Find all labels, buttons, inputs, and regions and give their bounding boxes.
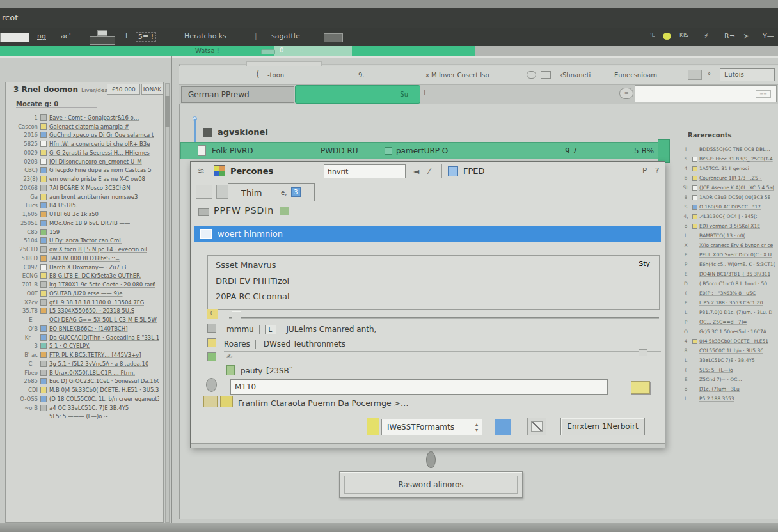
r-icon[interactable]: R¬: [724, 32, 735, 40]
label-eunecsnioam[interactable]: Eunecsnioam: [614, 72, 657, 79]
list-item[interactable]: O-OSS (D 18 COL55C0C. 1L. b/n creer eqan…: [6, 395, 159, 403]
list-item[interactable]: Cascon Galenact clatomia amargia #: [6, 122, 159, 131]
record-row[interactable]: 5 BY5-F: Htec 31 B3(S_ 25C0(T-4: [681, 154, 777, 164]
record-row[interactable]: o ED) verman 3 5(5Kal X1E: [681, 221, 777, 231]
list-item[interactable]: 701 B lrg 1T80X1 9c 5cte Coete · 20.080 …: [6, 280, 159, 289]
record-row[interactable]: 8 1AOR C3u3 DC50( O0(3C3 5E: [681, 192, 777, 202]
selected-item-row[interactable]: woert hlnmnion: [194, 226, 661, 242]
record-row[interactable]: E Z5Cnd 7)= · OC…: [681, 375, 777, 384]
oval-icon[interactable]: [527, 71, 536, 79]
list-item[interactable]: ECNG E8 G.LT8 E. DC Kr5eta3e OUThER.: [6, 272, 159, 281]
blue-square-button[interactable]: [495, 419, 511, 435]
record-row[interactable]: L 33eLC51C 7)E · 3B.4Y5: [681, 356, 777, 365]
menu-circle-button[interactable]: ≡: [619, 88, 633, 99]
list-item[interactable]: 35.T8 L5 3304X550650. · 20318 5U.S: [6, 307, 159, 316]
field2-row[interactable]: Roares DWsed Teuthronmets: [224, 340, 661, 352]
record-row[interactable]: o D1c. (7)um · 3Lu: [681, 384, 777, 394]
list-item[interactable]: 2016 GuChnd xpeco us Di Gr Que selamca t: [6, 131, 159, 140]
tab-thim[interactable]: Thim e, 3: [228, 183, 315, 201]
list-item[interactable]: 3 5 1 · O CYELPY.: [6, 342, 159, 351]
list-item[interactable]: O0T OSUTAB /U20 erse —— 9)e: [6, 289, 159, 298]
list-item[interactable]: C— 3g 5.1 · f5L2 3vVnc5A · a 8 .adea.10: [6, 359, 159, 368]
record-row[interactable]: L P31.7.0(0 D1c. (7)um. · 3Lu. D: [681, 308, 777, 317]
kis-icon[interactable]: KIS: [679, 32, 688, 38]
label-shnaneti[interactable]: ‹Shnaneti: [560, 72, 591, 79]
field1-box[interactable]: E: [265, 325, 276, 334]
format-dropdown[interactable]: IWeSSTFormamts ▴▾: [381, 419, 482, 435]
left-panel-ionak-box[interactable]: IONAK: [141, 84, 163, 95]
menu-heratcho[interactable]: Heratcho ks: [184, 32, 226, 40]
left-scrollbar-thumb[interactable]: [165, 96, 170, 127]
search-options-icon[interactable]: ≡≡: [756, 90, 771, 98]
password-dialogs-button[interactable]: Rasword alinoros: [339, 471, 523, 498]
record-row[interactable]: 8 COL55C0C 1L b/n · 3U5.3C: [681, 346, 777, 356]
list-item[interactable]: 23(8) em ownalo priste E as ne X-C ow08: [6, 175, 159, 184]
pen-icon[interactable]: ⚡: [704, 32, 709, 40]
list-item[interactable]: E— OC) DEAG G== 5X 50L L C3-M E 5L 5W: [6, 315, 159, 324]
field2-mini-button[interactable]: [639, 349, 647, 356]
record-row[interactable]: E L P5.2.188 · 3553 C3c1 Z0: [681, 298, 777, 308]
record-row[interactable]: 4 0)4 5k33Cb0( DCETE · H.E51: [681, 336, 777, 346]
folder-icon[interactable]: [90, 36, 115, 45]
list-item[interactable]: CDI M.B 0)4 5k33Cb0( DCETE. H.E51 · 3U5.…: [6, 386, 159, 395]
toolbar-item-ng[interactable]: ng: [37, 32, 46, 40]
record-row[interactable]: P E6h(4c c5.. W)0rnE. K · 5:3CT1(: [681, 260, 777, 269]
left-scrollbar[interactable]: [165, 83, 170, 523]
slider-handle[interactable]: [232, 311, 241, 324]
list-item[interactable]: X2cv gf.L.9 38.18 18.1180 0 .13504 7FG: [6, 298, 159, 307]
tab-cosert-iso[interactable]: x M Inver Cosert Iso: [425, 72, 489, 79]
list-item[interactable]: 0203 IOI Dilsoncuncoro en_cmonet U–M: [6, 157, 159, 166]
record-row[interactable]: ( 5L5: 5 · (L—)o: [681, 365, 777, 375]
toolbar-button-blank[interactable]: [0, 33, 29, 42]
search-field[interactable]: ≡≡: [635, 85, 777, 102]
list-item[interactable]: Fbeo B Urax:0(X50(.L8L.C1R … Ftrm.: [6, 368, 159, 377]
list-item[interactable]: 1,605 UTBI 68 3c 1k s50: [6, 210, 159, 219]
record-row[interactable]: ( E0(P : · "3K63% 8 · u5C: [681, 288, 777, 298]
menu-sagattle[interactable]: sagattle: [271, 32, 300, 40]
disabled-checkbox[interactable]: [527, 418, 546, 435]
dialog-search-input[interactable]: [324, 164, 406, 178]
list-item[interactable]: C85 159: [6, 228, 159, 237]
chevron-icon[interactable]: ≻: [743, 32, 749, 40]
list-item[interactable]: ~o B a4 OC 33eLC51C. 7)E 3B.4Y5: [6, 403, 159, 412]
tool-button-1[interactable]: [196, 185, 212, 199]
record-row[interactable]: SL ()CF. Asenne K A)0L. XC 5.4 5a(: [681, 183, 777, 192]
dialog-titlebar[interactable]: ≋ Percones ◄ ⁄ FPED P ?: [191, 162, 665, 181]
back-arrow-icon[interactable]: ◄: [413, 167, 419, 176]
record-row[interactable]: E DO4(N BC1/3T81 { 35 3F/311: [681, 269, 777, 279]
yellow-mini-button[interactable]: [631, 381, 650, 394]
green-action-button[interactable]: Su: [295, 85, 420, 104]
record-row[interactable]: b Courencure 1JR 1/3 · .Z5~: [681, 173, 777, 183]
list-item[interactable]: 25C1D ow X tocri 8 | S N pc 14 · eveccin…: [6, 245, 159, 254]
list-item[interactable]: Lucs B4 US185.: [6, 201, 159, 210]
record-row[interactable]: O Gr)5 3C.1 50nes5ul · 16C7A: [681, 327, 777, 336]
list-item[interactable]: 1 Eave · Comt · Gonajpastr&16 o…: [6, 113, 159, 122]
slider-track[interactable]: [229, 317, 659, 319]
left-panel-amount-box[interactable]: £50 000: [107, 84, 140, 95]
toolbar-light-button[interactable]: [324, 33, 343, 42]
p-icon[interactable]: P: [642, 166, 647, 175]
toolbar-item-bar[interactable]: I: [125, 32, 127, 40]
german-pprewd-button[interactable]: German PPrewd: [181, 86, 294, 103]
selected-record-banner[interactable]: Folk PIVRD PWDD RU pamertURP O 9 7 5 B%: [180, 142, 659, 159]
list-item[interactable]: Ga aun bront acntiterrierr nomswe3: [6, 192, 159, 201]
record-row[interactable]: 4, .4L3130C{ OC4 | · 345(:: [681, 212, 777, 221]
spinner-icons[interactable]: ▴▾: [475, 421, 478, 433]
record-row[interactable]: E PEUL X0D Sverr Drcr 0(C · X.U: [681, 250, 777, 260]
record-row[interactable]: D ( B5cco C1nc0.8.L.1nnd · 50: [681, 279, 777, 288]
toolbar-item-ac[interactable]: ac': [61, 32, 71, 40]
list-item[interactable]: 0029 G–G 2grasti-la Secressi H… HHiemes: [6, 148, 159, 157]
list-item[interactable]: 5825 Hfn .W: a conerceriu bi che olR+ B3…: [6, 139, 159, 148]
record-row[interactable]: P OC… Z5C==d · 7)=: [681, 317, 777, 327]
record-row[interactable]: 4 1A5TCC: 31 Il genoci: [681, 164, 777, 173]
list-item[interactable]: 2685 Euc D) GrOC23C.1CeL · 5onessul Da.1…: [6, 377, 159, 386]
record-row[interactable]: L P5.2.188 3553: [681, 394, 777, 403]
import-button[interactable]: Enrxtem 1Nerboirt: [560, 418, 645, 435]
list-item[interactable]: 25051 MOc.Unc 18 9 bvE DR7IB ——: [6, 219, 159, 228]
record-row[interactable]: X X/)o cranecc Erv 6 bvnon cr ce: [681, 240, 777, 250]
drag-handle[interactable]: [426, 451, 436, 468]
list-item[interactable]: O'B EO BNLEXB66C: · [140TBCH]: [6, 324, 159, 333]
value-input[interactable]: [230, 379, 608, 395]
list-item[interactable]: 5104 U Dy: anca Tactor can CmL: [6, 237, 159, 246]
list-item[interactable]: 5L5: 5 ——— (L—)o ~: [6, 412, 159, 421]
